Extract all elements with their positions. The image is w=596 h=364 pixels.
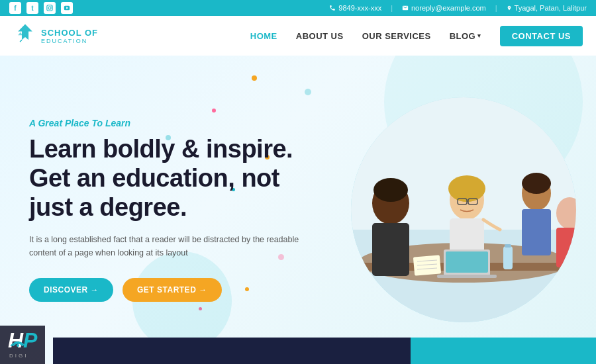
svg-point-34 xyxy=(17,344,19,347)
logo-text: SCHOOL OF EDUCATION xyxy=(41,28,98,44)
logo-icon xyxy=(13,22,37,50)
nav-contact[interactable]: CONTACT US xyxy=(500,26,583,46)
svg-rect-12 xyxy=(372,223,409,276)
hero-title: Learn boldly & inspire. Get an education… xyxy=(29,135,315,222)
get-started-button[interactable]: GET STARTED → xyxy=(123,278,222,302)
social-links: f t xyxy=(9,2,73,14)
svg-point-1 xyxy=(48,7,51,9)
watermark-digi: DIGI xyxy=(9,353,28,359)
hero-description: It is a long established fact that a rea… xyxy=(29,233,315,259)
svg-point-2 xyxy=(51,6,52,7)
bar-dark xyxy=(53,338,411,364)
svg-rect-29 xyxy=(505,244,511,248)
nav-services[interactable]: OUR SERVICES xyxy=(362,31,431,41)
svg-line-5 xyxy=(20,40,22,42)
hero-title-line2: Get an education, not xyxy=(29,164,279,192)
svg-rect-22 xyxy=(437,275,497,278)
decor-dot xyxy=(252,75,257,81)
nav-about[interactable]: ABOUT US xyxy=(296,31,344,41)
decor-dot xyxy=(305,89,311,95)
svg-rect-21 xyxy=(446,251,488,273)
instagram-icon[interactable] xyxy=(44,2,56,14)
svg-rect-28 xyxy=(503,246,513,269)
svg-point-25 xyxy=(522,173,551,194)
twitter-icon[interactable]: t xyxy=(26,2,38,14)
svg-rect-0 xyxy=(47,5,52,11)
logo[interactable]: SCHOOL OF EDUCATION xyxy=(13,22,98,50)
watermark: H P DIGI xyxy=(0,326,45,364)
top-bar: f t 9849-xxx-xxx | noreply@example.com |… xyxy=(0,0,596,16)
hero-tagline: A Great Place To Learn xyxy=(29,118,315,128)
facebook-icon[interactable]: f xyxy=(9,2,21,14)
decor-dot xyxy=(212,109,216,113)
email-info: noreply@example.com xyxy=(402,4,486,12)
hero-image xyxy=(351,97,576,322)
svg-rect-27 xyxy=(556,228,576,267)
hero-section: A Great Place To Learn Learn boldly & in… xyxy=(0,56,596,364)
nav-links: HOME ABOUT US OUR SERVICES BLOG ▾ CONTAC… xyxy=(250,26,583,46)
navbar: SCHOOL OF EDUCATION HOME ABOUT US OUR SE… xyxy=(0,16,596,56)
nav-home[interactable]: HOME xyxy=(250,31,277,41)
svg-point-13 xyxy=(373,178,408,202)
hero-buttons: DISCOVER → GET STARTED → xyxy=(29,278,315,302)
discover-button[interactable]: DISCOVER → xyxy=(29,278,113,302)
bar-teal xyxy=(411,338,596,364)
hero-content: A Great Place To Learn Learn boldly & in… xyxy=(0,118,344,301)
svg-rect-24 xyxy=(522,209,551,255)
bottom-bars xyxy=(53,338,596,364)
hero-title-line3: just a degree. xyxy=(29,193,187,221)
svg-point-16 xyxy=(448,175,485,202)
hero-image-circle xyxy=(351,97,576,322)
youtube-icon[interactable] xyxy=(61,2,73,14)
hero-title-line1: Learn boldly & inspire. xyxy=(29,135,293,163)
nav-blog[interactable]: BLOG ▾ xyxy=(450,31,481,41)
phone-info: 9849-xxx-xxx xyxy=(329,4,381,12)
chevron-down-icon: ▾ xyxy=(477,32,481,39)
location-info: Tyagal, Patan, Lalitpur xyxy=(507,4,587,12)
contact-info: 9849-xxx-xxx | noreply@example.com | Tya… xyxy=(329,4,587,12)
